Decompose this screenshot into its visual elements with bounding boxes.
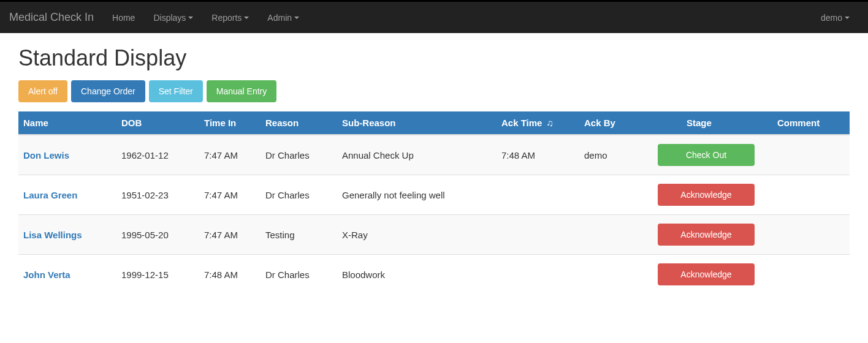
cell-stage: Acknowledge [653, 215, 772, 255]
th-name: Name [18, 111, 116, 135]
toolbar: Alert off Change Order Set Filter Manual… [18, 80, 850, 102]
nav-displays[interactable]: Displays [144, 4, 202, 32]
alert-off-button[interactable]: Alert off [18, 80, 67, 102]
chevron-down-icon [188, 17, 193, 19]
cell-dob: 1995-05-20 [116, 215, 199, 255]
cell-reason: Testing [261, 215, 337, 255]
table-body: Don Lewis1962-01-127:47 AMDr CharlesAnnu… [18, 135, 850, 294]
th-stage: Stage [653, 111, 772, 135]
table-row: Laura Green1951-02-237:47 AMDr CharlesGe… [18, 175, 850, 215]
table-header-row: Name DOB Time In Reason Sub-Reason Ack T… [18, 111, 850, 135]
cell-ack-by [579, 175, 653, 215]
patient-name-link[interactable]: Laura Green [23, 190, 77, 200]
cell-sub-reason: Bloodwork [337, 255, 497, 295]
chevron-down-icon [845, 17, 850, 19]
navbar-brand[interactable]: Medical Check In [9, 2, 103, 33]
cell-ack-time: 7:48 AM [497, 135, 579, 175]
change-order-button[interactable]: Change Order [71, 80, 145, 102]
cell-sub-reason: Annual Check Up [337, 135, 497, 175]
nav-home[interactable]: Home [103, 4, 144, 32]
nav-reports-label: Reports [211, 13, 242, 23]
cell-ack-by [579, 255, 653, 295]
table-row: John Verta1999-12-157:48 AMDr CharlesBlo… [18, 255, 850, 295]
table-row: Don Lewis1962-01-127:47 AMDr CharlesAnnu… [18, 135, 850, 175]
cell-time-in: 7:47 AM [199, 215, 261, 255]
chevron-down-icon [244, 17, 249, 19]
cell-reason: Dr Charles [261, 175, 337, 215]
page-title: Standard Display [18, 45, 850, 71]
set-filter-button[interactable]: Set Filter [149, 80, 203, 102]
th-reason: Reason [261, 111, 337, 135]
cell-time-in: 7:47 AM [199, 175, 261, 215]
acknowledge-button[interactable]: Acknowledge [658, 224, 755, 246]
patient-name-link[interactable]: Lisa Wellings [23, 230, 82, 240]
th-time-in: Time In [199, 111, 261, 135]
checkin-table: Name DOB Time In Reason Sub-Reason Ack T… [18, 111, 850, 294]
th-ack-time: Ack Time ♫ [497, 111, 579, 135]
cell-dob: 1951-02-23 [116, 175, 199, 215]
cell-sub-reason: X-Ray [337, 215, 497, 255]
nav-admin-label: Admin [267, 13, 292, 23]
acknowledge-button[interactable]: Acknowledge [658, 263, 755, 285]
cell-ack-time [497, 255, 579, 295]
cell-comment [772, 175, 850, 215]
main-container: Standard Display Alert off Change Order … [0, 33, 868, 306]
nav-user[interactable]: demo [812, 4, 859, 32]
chevron-down-icon [294, 17, 299, 19]
th-ack-time-label: Ack Time [501, 118, 542, 128]
cell-dob: 1962-01-12 [116, 135, 199, 175]
nav-user-label: demo [821, 13, 842, 23]
navbar-right: demo [812, 4, 859, 32]
cell-ack-by: demo [579, 135, 653, 175]
cell-dob: 1999-12-15 [116, 255, 199, 295]
cell-stage: Check Out [653, 135, 772, 175]
cell-comment [772, 135, 850, 175]
cell-time-in: 7:48 AM [199, 255, 261, 295]
acknowledge-button[interactable]: Acknowledge [658, 184, 755, 206]
nav-displays-label: Displays [153, 13, 186, 23]
patient-name-link[interactable]: Don Lewis [23, 150, 69, 160]
nav-home-label: Home [112, 13, 135, 23]
manual-entry-button[interactable]: Manual Entry [207, 80, 276, 102]
cell-ack-time [497, 215, 579, 255]
navbar-left: Medical Check In Home Displays Reports A… [9, 2, 308, 33]
cell-reason: Dr Charles [261, 135, 337, 175]
music-note-icon: ♫ [547, 118, 554, 128]
check-out-button[interactable]: Check Out [658, 144, 755, 166]
cell-stage: Acknowledge [653, 175, 772, 215]
cell-stage: Acknowledge [653, 255, 772, 295]
navbar: Medical Check In Home Displays Reports A… [0, 2, 868, 33]
patient-name-link[interactable]: John Verta [23, 270, 70, 280]
cell-ack-time [497, 175, 579, 215]
cell-reason: Dr Charles [261, 255, 337, 295]
cell-sub-reason: Generally not feeling well [337, 175, 497, 215]
cell-comment [772, 255, 850, 295]
th-comment: Comment [772, 111, 850, 135]
th-sub-reason: Sub-Reason [337, 111, 497, 135]
nav-reports[interactable]: Reports [202, 4, 258, 32]
table-row: Lisa Wellings1995-05-207:47 AMTestingX-R… [18, 215, 850, 255]
th-ack-by: Ack By [579, 111, 653, 135]
nav-admin[interactable]: Admin [258, 4, 308, 32]
cell-ack-by [579, 215, 653, 255]
cell-comment [772, 215, 850, 255]
th-dob: DOB [116, 111, 199, 135]
cell-time-in: 7:47 AM [199, 135, 261, 175]
